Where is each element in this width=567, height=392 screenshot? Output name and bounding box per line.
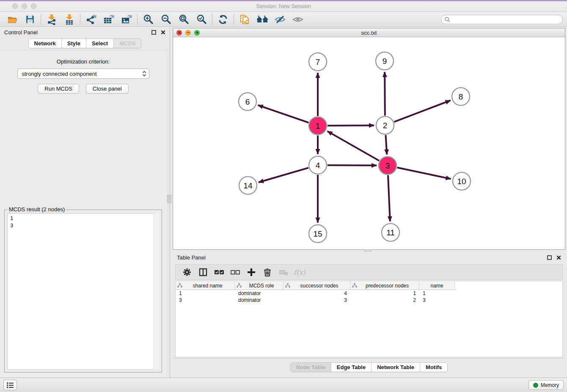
open-folder-icon bbox=[7, 14, 18, 25]
graph-node-label: 1 bbox=[316, 121, 320, 130]
zoom-fit-button[interactable] bbox=[175, 13, 193, 26]
table-body: 1dominator4113dominator323 bbox=[176, 290, 562, 304]
open-session-button[interactable] bbox=[3, 13, 21, 26]
column-header-label: name bbox=[421, 283, 453, 289]
network-graph[interactable]: 7968124314101511 bbox=[173, 37, 565, 249]
zoom-out-icon bbox=[160, 14, 171, 25]
network-window-titlebar[interactable]: scc.txt bbox=[173, 28, 565, 37]
table-panel-title: Table Panel bbox=[177, 254, 206, 261]
task-list-icon bbox=[6, 382, 14, 389]
graph-edge-3-10[interactable] bbox=[397, 168, 451, 179]
toolbar-separator bbox=[80, 14, 80, 25]
fx-icon: f(x) bbox=[294, 268, 305, 276]
memory-status-icon bbox=[533, 383, 538, 388]
table-tabs: Node TableEdge TableNetwork TableMotifs bbox=[290, 362, 448, 372]
graph-edge-2-3[interactable] bbox=[385, 135, 387, 155]
toolbar-separator bbox=[137, 14, 138, 25]
zoom-fit-icon bbox=[178, 14, 189, 25]
graph-edge-2-8[interactable] bbox=[394, 100, 451, 122]
column-type-icon bbox=[177, 283, 182, 288]
float-table-panel-button[interactable] bbox=[546, 254, 553, 261]
add-column-button[interactable] bbox=[244, 266, 259, 279]
network-canvas[interactable]: 7968124314101511 bbox=[173, 37, 565, 249]
home-layout-button[interactable] bbox=[253, 13, 271, 26]
mcds-result-list[interactable]: 13 bbox=[7, 213, 159, 370]
search-icon bbox=[444, 17, 450, 22]
graph-edge-2-9[interactable] bbox=[385, 72, 385, 116]
table-settings-button[interactable] bbox=[180, 266, 194, 279]
table-cell[interactable]: 3 bbox=[176, 297, 235, 304]
table-cell[interactable]: 3 bbox=[284, 297, 350, 304]
delete-table-icon bbox=[278, 268, 289, 276]
table-cell[interactable]: 1 bbox=[350, 290, 419, 297]
node-table[interactable]: shared nameMCDS rolesuccessor nodesprede… bbox=[175, 282, 563, 357]
close-table-panel-button[interactable] bbox=[555, 254, 562, 261]
result-item[interactable]: 1 bbox=[10, 215, 156, 222]
graph-edge-4-14[interactable] bbox=[259, 168, 308, 182]
import-table-button[interactable] bbox=[61, 13, 78, 26]
table-cell[interactable]: 3 bbox=[419, 297, 455, 304]
float-panel-button[interactable] bbox=[150, 29, 157, 36]
graph-node-label: 15 bbox=[313, 229, 322, 238]
table-cell[interactable]: 4 bbox=[284, 290, 350, 297]
column-header-MCDS-role[interactable]: MCDS role bbox=[235, 282, 284, 290]
column-header-name[interactable]: name bbox=[419, 282, 455, 290]
column-header-shared-name[interactable]: shared name bbox=[176, 282, 235, 290]
result-list-scrollbar[interactable] bbox=[154, 213, 159, 370]
run-mcds-button[interactable]: Run MCDS bbox=[38, 84, 79, 94]
export-image-button[interactable] bbox=[118, 13, 135, 26]
search-input[interactable] bbox=[450, 16, 562, 23]
column-header-label: MCDS role bbox=[242, 283, 281, 289]
hide-selected-button[interactable] bbox=[271, 13, 289, 26]
search-field[interactable] bbox=[441, 15, 563, 24]
refresh-view-button[interactable] bbox=[214, 13, 232, 26]
function-builder-button[interactable]: f(x) bbox=[292, 266, 307, 279]
table-row[interactable]: 3dominator323 bbox=[176, 297, 562, 304]
table-cell[interactable]: dominator bbox=[235, 297, 284, 304]
table-cell[interactable]: dominator bbox=[235, 290, 284, 297]
import-network-button[interactable] bbox=[43, 13, 61, 26]
graph-edge-1-2[interactable] bbox=[328, 125, 374, 126]
zoom-out-button[interactable] bbox=[157, 13, 175, 26]
table-cell[interactable]: 1 bbox=[419, 290, 455, 297]
column-header-predecessor-nodes[interactable]: predecessor nodes bbox=[350, 282, 419, 290]
zoom-selected-button[interactable] bbox=[193, 13, 210, 26]
vertical-splitter-handle[interactable] bbox=[167, 195, 171, 203]
save-session-button[interactable] bbox=[21, 13, 39, 26]
graph-edge-4-3[interactable] bbox=[328, 165, 377, 166]
tab-style[interactable]: Style bbox=[62, 39, 86, 48]
tab-node-table[interactable]: Node Table bbox=[291, 363, 331, 372]
show-all-button[interactable] bbox=[289, 13, 307, 26]
table-row[interactable]: 1dominator411 bbox=[176, 290, 562, 297]
zoom-in-button[interactable] bbox=[139, 13, 157, 26]
tab-edge-table[interactable]: Edge Table bbox=[331, 363, 372, 372]
table-cell[interactable]: 2 bbox=[350, 297, 419, 304]
tab-select[interactable]: Select bbox=[86, 39, 114, 48]
delete-table-button[interactable] bbox=[276, 266, 291, 279]
tab-network-table[interactable]: Network Table bbox=[372, 363, 420, 372]
unchecked-boxes-icon bbox=[230, 269, 240, 276]
criterion-select[interactable]: strongly connected component bbox=[17, 69, 149, 79]
column-header-successor-nodes[interactable]: successor nodes bbox=[284, 282, 350, 290]
close-mcds-panel-button[interactable]: Close panel bbox=[86, 84, 129, 94]
split-columns-button[interactable] bbox=[196, 266, 210, 279]
select-all-columns-button[interactable] bbox=[212, 266, 226, 279]
task-history-button[interactable] bbox=[3, 380, 17, 390]
delete-column-button[interactable] bbox=[260, 266, 275, 279]
graph-edge-3-11[interactable] bbox=[388, 175, 390, 221]
unselect-all-columns-button[interactable] bbox=[228, 266, 242, 279]
tab-mcds[interactable]: MCDS bbox=[114, 39, 141, 48]
column-header-label: successor nodes bbox=[290, 283, 348, 289]
graph-edge-1-6[interactable] bbox=[258, 105, 309, 122]
result-item[interactable]: 3 bbox=[10, 222, 156, 229]
export-table-button[interactable] bbox=[100, 13, 118, 26]
tab-motifs[interactable]: Motifs bbox=[420, 363, 447, 372]
export-network-button[interactable] bbox=[82, 13, 100, 26]
network-from-document-button[interactable] bbox=[236, 13, 253, 26]
close-panel-button[interactable] bbox=[160, 29, 166, 36]
column-header-label: predecessor nodes bbox=[357, 283, 417, 289]
tab-network[interactable]: Network bbox=[29, 39, 62, 48]
graph-edge-3-1[interactable] bbox=[328, 131, 379, 161]
table-cell[interactable]: 1 bbox=[176, 290, 235, 297]
memory-button[interactable]: Memory bbox=[528, 380, 564, 390]
